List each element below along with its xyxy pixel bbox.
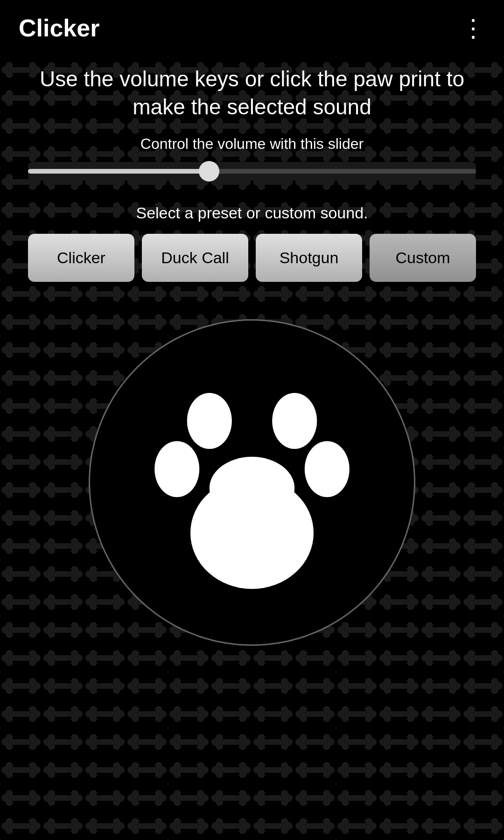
instruction-text: Use the volume keys or click the paw pri… (19, 65, 485, 121)
svg-point-2 (154, 441, 199, 497)
sound-button-custom[interactable]: Custom (370, 234, 476, 282)
svg-point-3 (305, 441, 350, 497)
volume-slider[interactable] (28, 162, 476, 181)
main-content: Use the volume keys or click the paw pri… (0, 51, 504, 310)
svg-point-0 (187, 393, 232, 449)
svg-point-5 (210, 456, 294, 519)
app-title: Clicker (19, 14, 99, 42)
top-bar: Clicker ⋮ (0, 0, 504, 51)
sound-button-clicker[interactable]: Clicker (28, 234, 134, 282)
svg-point-1 (272, 393, 317, 449)
paw-button[interactable] (89, 319, 415, 646)
paw-icon (140, 371, 364, 595)
volume-label: Control the volume with this slider (140, 135, 364, 153)
preset-label: Select a preset or custom sound. (136, 204, 368, 222)
paw-button-area (0, 319, 504, 646)
sound-buttons-row: Clicker Duck Call Shotgun Custom (28, 234, 476, 282)
sound-button-shotgun[interactable]: Shotgun (256, 234, 362, 282)
sound-button-duck-call[interactable]: Duck Call (142, 234, 248, 282)
more-options-icon[interactable]: ⋮ (461, 14, 485, 42)
volume-slider-container (28, 162, 476, 181)
